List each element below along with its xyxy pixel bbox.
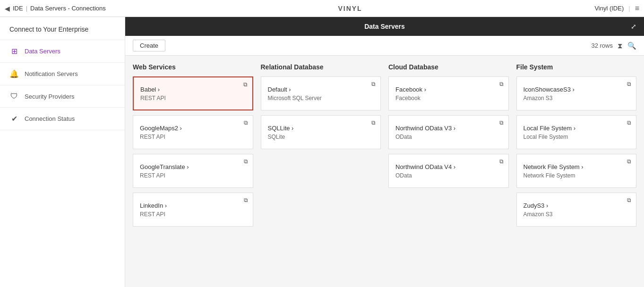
card-title-northwind-odata-v4: Northwind OData V4 › [395, 163, 502, 170]
card-subtitle-iconshowcases3: Amazon S3 [524, 95, 630, 101]
sidebar: Connect to Your Enterprise ⊞ Data Server… [0, 17, 125, 287]
search-icon[interactable]: 🔍 [627, 42, 636, 50]
sidebar-item-security-providers[interactable]: 🛡 Security Providers [0, 85, 125, 108]
sidebar-header: Connect to Your Enterprise [0, 17, 125, 40]
sidebar-item-label-data-servers: Data Servers [25, 48, 60, 55]
external-link-icon-babel[interactable]: ⧉ [243, 81, 248, 88]
sidebar-item-label-connection-status: Connection Status [25, 115, 75, 122]
card-title-iconshowcases3: IconShowcaseS3 › [524, 86, 630, 93]
sidebar-item-notification-servers[interactable]: 🔔 Notification Servers [0, 63, 125, 85]
create-button[interactable]: Create [133, 40, 165, 51]
sidebar-item-data-servers[interactable]: ⊞ Data Servers [0, 40, 125, 63]
card-babel[interactable]: ⧉Babel ›REST API [133, 76, 253, 110]
card-default[interactable]: ⧉Default ›Microsoft SQL Server [261, 76, 381, 110]
breadcrumb-separator: | [26, 5, 27, 12]
external-link-icon-facebook[interactable]: ⧉ [499, 81, 504, 87]
card-title-googletranslate: GoogleTranslate › [140, 163, 246, 170]
external-link-icon-network-file-system[interactable]: ⧉ [627, 158, 631, 165]
card-title-linkedin: LinkedIn › [140, 202, 246, 209]
hamburger-icon[interactable]: ≡ [635, 4, 639, 13]
card-northwind-odata-v4[interactable]: ⧉Northwind OData V4 ›OData [388, 154, 509, 188]
data-servers-icon: ⊞ [9, 47, 19, 56]
card-subtitle-northwind-odata-v4: OData [395, 172, 502, 179]
external-link-icon-northwind-odata-v4[interactable]: ⧉ [499, 158, 504, 165]
card-subtitle-default: Microsoft SQL Server [268, 95, 374, 101]
card-googletranslate[interactable]: ⧉GoogleTranslate ›REST API [133, 154, 253, 188]
cards-container: Web Services⧉Babel ›REST API⧉GoogleMaps2… [125, 56, 644, 287]
column-file-system: File System⧉IconShowcaseS3 ›Amazon S3⧉Lo… [516, 63, 637, 231]
card-subtitle-zudys3: Amazon S3 [524, 211, 630, 218]
card-local-file-system[interactable]: ⧉Local File System ›Local File System [516, 115, 637, 149]
card-title-default: Default › [268, 86, 374, 93]
rows-count: 32 rows [591, 42, 613, 49]
card-iconshowcases3[interactable]: ⧉IconShowcaseS3 ›Amazon S3 [516, 76, 637, 110]
card-zudys3[interactable]: ⧉ZudyS3 ›Amazon S3 [516, 193, 637, 227]
card-subtitle-network-file-system: Network File System [524, 172, 630, 179]
column-header-file-system: File System [516, 63, 637, 71]
external-link-icon-northwind-odata-v3[interactable]: ⧉ [499, 119, 504, 126]
external-link-icon-zudys3[interactable]: ⧉ [627, 197, 631, 203]
card-subtitle-linkedin: REST API [140, 211, 246, 218]
top-bar: ◀ IDE | Data Servers - Connections VINYL… [0, 0, 644, 17]
breadcrumb: Data Servers - Connections [30, 5, 106, 12]
filter-icon[interactable]: ⧗ [618, 42, 623, 50]
external-link-icon-sqlite[interactable]: ⧉ [371, 119, 376, 126]
sidebar-item-connection-status[interactable]: ✔ Connection Status [0, 108, 125, 130]
card-title-northwind-odata-v3: Northwind OData V3 › [395, 125, 502, 132]
user-label: Vinyl (IDE) [594, 5, 624, 12]
column-header-cloud-database: Cloud Database [388, 63, 509, 71]
card-title-network-file-system: Network File System › [524, 163, 630, 170]
external-link-icon-local-file-system[interactable]: ⧉ [627, 119, 631, 126]
card-sqlite[interactable]: ⧉SQLLite ›SQLite [261, 115, 381, 149]
notification-servers-icon: 🔔 [9, 69, 19, 78]
card-subtitle-googlemaps2: REST API [140, 134, 246, 140]
sidebar-item-label-notification-servers: Notification Servers [25, 70, 78, 77]
column-header-web-services: Web Services [133, 63, 253, 71]
card-facebook[interactable]: ⧉Facebook ›Facebook [388, 76, 509, 110]
card-northwind-odata-v3[interactable]: ⧉Northwind OData V3 ›OData [388, 115, 509, 149]
card-title-facebook: Facebook › [395, 86, 502, 93]
connection-status-icon: ✔ [9, 114, 19, 123]
back-icon[interactable]: ◀ [5, 5, 10, 12]
card-googlemaps2[interactable]: ⧉GoogleMaps2 ›REST API [133, 115, 253, 149]
external-link-icon-googlemaps2[interactable]: ⧉ [244, 119, 248, 126]
ide-label[interactable]: IDE [13, 5, 23, 12]
security-providers-icon: 🛡 [9, 92, 19, 101]
external-link-icon-iconshowcases3[interactable]: ⧉ [627, 81, 631, 87]
toolbar-right: 32 rows ⧗ 🔍 [591, 42, 636, 50]
card-subtitle-northwind-odata-v3: OData [395, 134, 502, 140]
card-title-googlemaps2: GoogleMaps2 › [140, 125, 246, 132]
cards-grid: Web Services⧉Babel ›REST API⧉GoogleMaps2… [133, 63, 636, 231]
content-header: Data Servers ⤢ [125, 17, 644, 36]
top-bar-right: Vinyl (IDE) | ≡ [594, 4, 639, 13]
column-header-relational-database: Relational Database [261, 63, 381, 71]
card-title-sqlite: SQLLite › [268, 125, 374, 132]
content-area: Data Servers ⤢ Create 32 rows ⧗ 🔍 Web Se… [125, 17, 644, 287]
external-link-icon-googletranslate[interactable]: ⧉ [244, 158, 248, 165]
content-header-title: Data Servers [301, 23, 468, 30]
sidebar-item-label-security-providers: Security Providers [25, 93, 74, 100]
main-layout: Connect to Your Enterprise ⊞ Data Server… [0, 17, 644, 287]
column-web-services: Web Services⧉Babel ›REST API⧉GoogleMaps2… [133, 63, 253, 231]
app-name: VINYL [106, 5, 595, 12]
external-link-icon-default[interactable]: ⧉ [371, 81, 376, 87]
card-subtitle-babel: REST API [140, 95, 246, 101]
card-subtitle-facebook: Facebook [395, 95, 502, 101]
card-title-babel: Babel › [140, 86, 246, 93]
card-title-local-file-system: Local File System › [524, 125, 630, 132]
card-subtitle-googletranslate: REST API [140, 172, 246, 179]
column-cloud-database: Cloud Database⧉Facebook ›Facebook⧉Northw… [388, 63, 509, 231]
card-linkedin[interactable]: ⧉LinkedIn ›REST API [133, 193, 253, 227]
top-bar-vert-sep: | [628, 5, 630, 12]
toolbar: Create 32 rows ⧗ 🔍 [125, 36, 644, 56]
card-network-file-system[interactable]: ⧉Network File System ›Network File Syste… [516, 154, 637, 188]
card-subtitle-local-file-system: Local File System [524, 134, 630, 140]
column-relational-database: Relational Database⧉Default ›Microsoft S… [261, 63, 381, 231]
card-title-zudys3: ZudyS3 › [524, 202, 630, 209]
expand-icon[interactable]: ⤢ [631, 23, 636, 30]
card-subtitle-sqlite: SQLite [268, 134, 374, 140]
top-bar-left: ◀ IDE | Data Servers - Connections [5, 5, 106, 12]
external-link-icon-linkedin[interactable]: ⧉ [244, 197, 248, 203]
